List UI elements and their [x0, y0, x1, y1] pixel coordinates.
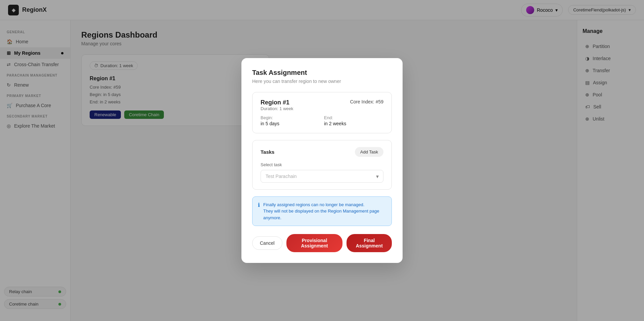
modal-tasks-card: Tasks Add Task Select task Test Parachai… [252, 140, 392, 190]
cancel-button[interactable]: Cancel [252, 236, 282, 250]
modal-begin-block: Begin: in 5 days [261, 115, 320, 126]
info-banner: ℹ Finally assigned regions can no longer… [252, 196, 392, 226]
modal-region-grid: Begin: in 5 days End: in 2 weeks [261, 115, 383, 126]
modal-overlay: Task Assignment Here you can transfer re… [0, 0, 644, 321]
task-select[interactable]: Test Parachain [261, 170, 383, 183]
modal-end-block: End: in 2 weeks [324, 115, 383, 126]
info-icon: ℹ [258, 202, 260, 221]
tasks-label: Tasks [261, 149, 274, 155]
modal-region-name: Region #1 [261, 99, 293, 106]
modal-actions: Cancel Provisional Assignment Final Assi… [252, 234, 392, 252]
modal-region-left: Region #1 Duration: 1 week [261, 99, 293, 111]
modal-begin-label: Begin: [261, 115, 320, 120]
provisional-assignment-button[interactable]: Provisional Assignment [286, 234, 343, 252]
modal-end-label: End: [324, 115, 383, 120]
modal-title: Task Assignment [252, 69, 392, 77]
task-assignment-modal: Task Assignment Here you can transfer re… [241, 58, 403, 263]
task-select-wrapper: Test Parachain [261, 170, 383, 183]
modal-region-duration: Duration: 1 week [261, 106, 293, 111]
modal-region-core: Core Index: #59 [350, 99, 383, 104]
add-task-button[interactable]: Add Task [355, 147, 383, 157]
modal-region-info: Region #1 Duration: 1 week Core Index: #… [252, 92, 392, 133]
tasks-header: Tasks Add Task [261, 147, 383, 157]
info-banner-text: Finally assigned regions can no longer b… [263, 201, 386, 221]
modal-subtitle: Here you can transfer region to new owne… [252, 79, 392, 84]
modal-end-value: in 2 weeks [324, 121, 383, 126]
select-task-label: Select task [261, 162, 383, 167]
final-assignment-button[interactable]: Final Assignment [347, 234, 392, 252]
modal-begin-value: in 5 days [261, 121, 320, 126]
modal-region-header: Region #1 Duration: 1 week Core Index: #… [261, 99, 383, 111]
